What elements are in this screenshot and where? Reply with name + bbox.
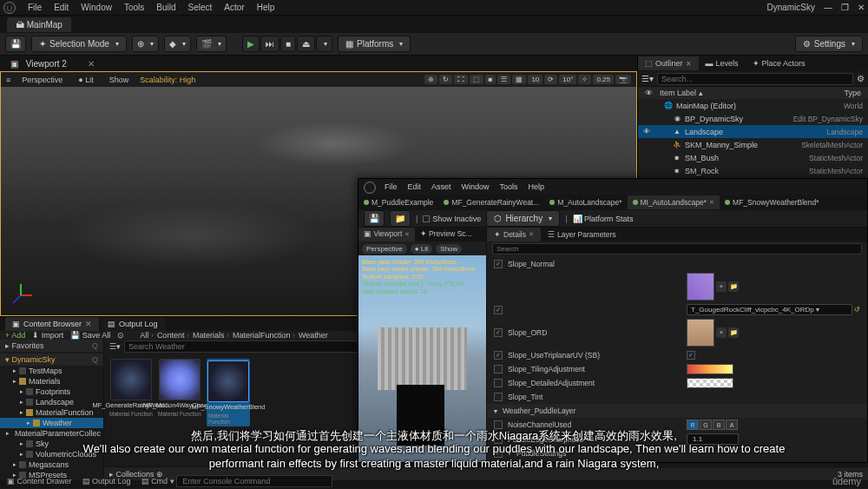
detail-row[interactable]: ✓Slope_UseTriplanarUV (SB)✓ xyxy=(487,348,867,362)
blueprint-button[interactable]: ◆ xyxy=(164,36,191,52)
menu-tools[interactable]: Tools xyxy=(124,3,144,12)
project-header[interactable]: ▾ DynamicSky Q xyxy=(0,354,103,366)
tab-mainmap[interactable]: 🏔 MainMap xyxy=(7,17,71,32)
mat-menu-window[interactable]: Window xyxy=(462,182,490,191)
scalability-label[interactable]: Scalability: High xyxy=(140,76,195,84)
output-log-button[interactable]: ▤ Output Log xyxy=(82,477,131,486)
tab-levels[interactable]: ▬ Levels xyxy=(699,56,746,70)
crumb-content[interactable]: Content xyxy=(157,331,189,340)
mat-menu-file[interactable]: File xyxy=(385,182,398,191)
cinematics-button[interactable]: 🎬 xyxy=(196,36,227,52)
outliner-row[interactable]: 👁▲LandscapeLandscape xyxy=(638,125,868,138)
platform-stats-button[interactable]: 📊 Platform Stats xyxy=(573,215,634,223)
detail-row[interactable]: Slope_Tint xyxy=(487,390,867,404)
detail-row[interactable]: ▾Weather_PuddleLayer xyxy=(487,404,867,418)
step-button[interactable]: ⏭ xyxy=(260,36,279,52)
vp-snap-pos[interactable]: 10 xyxy=(528,75,542,84)
vp-icon-2[interactable]: ⛶ xyxy=(454,75,468,84)
outliner-row[interactable]: ⛹SKM_Manny_SimpleSkeletalMeshActor xyxy=(638,138,868,151)
maximize-icon[interactable]: ❐ xyxy=(841,3,849,12)
tab-output-log[interactable]: ▤ Output Log xyxy=(101,317,165,331)
vp-icon-3[interactable]: ⬚ xyxy=(470,75,483,84)
tab-close-icon[interactable]: ✕ xyxy=(82,57,100,70)
filter-button[interactable]: ☰▾ xyxy=(109,342,121,351)
save-all-button[interactable]: 💾 Save All xyxy=(70,331,110,340)
vp-snap-scale[interactable]: 0.25 xyxy=(593,75,614,84)
tree-item[interactable]: ▸MaterialFunction xyxy=(0,407,103,418)
perspective-dropdown[interactable]: Perspective xyxy=(17,75,67,85)
detail-row[interactable]: ✓T_GougedRockCliff_vicpcbc_4K_ORDp ▾↺ xyxy=(487,302,867,317)
vp-icon-1[interactable]: ↻ xyxy=(439,75,452,84)
mat-show[interactable]: Show xyxy=(436,244,462,254)
outliner-row[interactable]: ■SM_RockStaticMeshActor xyxy=(638,164,868,177)
crumb-weather[interactable]: Weather xyxy=(299,331,328,340)
stop-button[interactable]: ■ xyxy=(280,36,296,52)
tree-item[interactable]: ▸Landscape xyxy=(0,397,103,407)
minimize-icon[interactable]: — xyxy=(824,3,832,12)
viewport-menu-icon[interactable]: ≡ xyxy=(6,76,10,84)
show-inactive-toggle[interactable]: Show Inactive xyxy=(423,215,481,223)
axis-gizmo-icon[interactable] xyxy=(8,282,34,308)
mat-perspective[interactable]: Perspective xyxy=(362,244,407,254)
tree-item[interactable]: ▸TestMaps xyxy=(0,366,103,376)
eject-button[interactable]: ⏏ xyxy=(297,36,315,52)
filter-icon[interactable]: ☰▾ xyxy=(641,74,654,83)
outliner-search-input[interactable] xyxy=(657,73,853,85)
settings-icon[interactable]: ⚙ xyxy=(857,74,865,83)
mat-asset-tab[interactable]: M_AutoLandscape* xyxy=(544,195,627,209)
mat-asset-tab[interactable]: MF_GenerateRainyWeat... xyxy=(438,195,544,209)
settings-button[interactable]: ⚙ Settings xyxy=(795,36,863,52)
detail-row[interactable]: ⌖📁 xyxy=(487,271,867,302)
vp-camera-icon[interactable]: 📷 xyxy=(615,75,631,84)
import-button[interactable]: ⬇ Import xyxy=(32,331,63,340)
mat-menu-help[interactable]: Help xyxy=(529,182,545,191)
vp-icon-8[interactable]: ⟳ xyxy=(544,75,557,84)
tab-preview-scene[interactable]: ✦ Preview Sc... xyxy=(415,228,477,241)
tab-content-browser[interactable]: ▣ Content Browser ✕ xyxy=(5,317,99,331)
menu-window[interactable]: Window xyxy=(81,3,112,12)
tab-viewport[interactable]: ▣ Viewport 2 xyxy=(5,57,77,70)
vp-icon-5[interactable]: ☰ xyxy=(497,75,510,84)
outliner-col-type[interactable]: Type xyxy=(844,89,861,97)
tab-mat-viewport[interactable]: ▣ Viewport ✕ xyxy=(358,228,415,241)
mat-asset-tab[interactable]: MF_SnowyWeatherBlend* xyxy=(720,195,825,209)
mat-menu-edit[interactable]: Edit xyxy=(408,182,422,191)
mat-asset-tab[interactable]: MI_AutoLandscape* ✕ xyxy=(628,195,720,209)
selection-mode-button[interactable]: ✦ Selection Mode xyxy=(31,36,127,52)
detail-row[interactable]: Slope_DetailedAdjustment xyxy=(487,376,867,390)
mat-save-button[interactable]: 💾 xyxy=(364,210,385,227)
tree-item[interactable]: ▸Footprints xyxy=(0,387,103,397)
menu-edit[interactable]: Edit xyxy=(54,3,69,12)
crumb-materials[interactable]: Materials xyxy=(193,331,229,340)
favorites-header[interactable]: ▸ Favorites Q xyxy=(0,340,103,352)
hierarchy-button[interactable]: ⬡ Hierarchy xyxy=(486,210,560,227)
mat-browse-button[interactable]: 📁 xyxy=(390,210,411,227)
play-options-button[interactable] xyxy=(316,36,332,52)
menu-build[interactable]: Build xyxy=(156,3,175,12)
outliner-row[interactable]: 🌐MainMap (Editor)World xyxy=(638,99,868,112)
menu-actor[interactable]: Actor xyxy=(224,3,244,12)
history-back-icon[interactable]: ⊙ xyxy=(117,331,124,340)
vp-icon-10[interactable]: ✧ xyxy=(578,75,591,84)
outliner-row[interactable]: ■SM_BushStaticMeshActor xyxy=(638,151,868,164)
save-button[interactable]: 💾 xyxy=(5,36,26,52)
menu-file[interactable]: File xyxy=(28,3,42,12)
close-icon[interactable]: ✕ xyxy=(858,3,865,12)
outliner-row[interactable]: ◉BP_DynamicSkyEdit BP_DynamicSky xyxy=(638,112,868,125)
tab-outliner[interactable]: ⬚ Outliner ✕ xyxy=(638,56,699,70)
eye-header-icon[interactable]: 👁 xyxy=(645,89,653,97)
detail-row[interactable]: ✓Slope_Normal xyxy=(487,257,867,271)
tree-item[interactable]: ▸Weather xyxy=(0,418,103,428)
tree-item[interactable]: ▸MaterialParameterCollec xyxy=(0,428,103,439)
add-button[interactable]: + Add xyxy=(5,331,25,340)
vp-icon-0[interactable]: ⊕ xyxy=(424,75,437,84)
show-dropdown[interactable]: Show xyxy=(105,75,134,85)
vp-icon-4[interactable]: ■ xyxy=(485,75,496,84)
tab-place-actors[interactable]: ✦ Place Actors xyxy=(746,56,812,70)
vp-snap-rot[interactable]: 10° xyxy=(559,75,576,84)
content-drawer-button[interactable]: ▣ Content Drawer xyxy=(7,477,72,486)
lit-dropdown[interactable]: ● Lit xyxy=(74,75,97,85)
add-content-button[interactable]: ⊕ xyxy=(132,36,159,52)
details-search-input[interactable] xyxy=(492,243,862,254)
detail-row[interactable]: ✓Slope_ORD⌖📁 xyxy=(487,317,867,348)
